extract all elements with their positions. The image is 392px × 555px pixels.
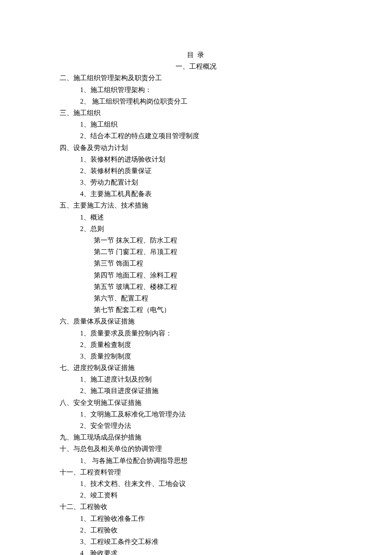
toc-entry: 第五节 玻璃工程、楼梯工程	[60, 281, 332, 292]
toc-entry: 二、施工组织管理架构及职责分工	[60, 72, 332, 84]
toc-entry: 1、质量要求及质量控制内容：	[60, 327, 332, 339]
toc-entry: 第一节 抹灰工程、防水工程	[60, 234, 332, 246]
toc-entry: 第三节 饰面工程	[60, 257, 332, 269]
toc-entry: 2、 施工组织管理机构岗位职责分工	[60, 95, 332, 107]
toc-entry: 1、装修材料的进场验收计划	[60, 153, 332, 165]
toc-entry: 1、技术文档、往来文件、工地会议	[60, 478, 332, 489]
toc-entry: 九、施工现场成品保护措施	[60, 431, 332, 443]
toc-entry: 第四节 地面工程、涂料工程	[60, 269, 332, 281]
toc-entry: 3、工程竣工条件交工标准	[60, 536, 332, 547]
toc-entry: 2、总则	[60, 223, 332, 234]
toc-entry: 1、工程验收准备工作	[60, 513, 332, 524]
toc-entry: 十二、工程验收	[60, 501, 332, 512]
toc-entry: 1、施工组织管理架构：	[60, 84, 332, 95]
toc-entry: 四、设备及劳动力计划	[60, 142, 332, 153]
toc-title: 目 录	[60, 49, 332, 61]
toc-entry: 1、 与各施工单位配合协调指导思想	[60, 455, 332, 466]
toc-entry: 第二节 门窗工程、吊顶工程	[60, 246, 332, 257]
toc-entry: 第六节、配置工程	[60, 292, 332, 304]
toc-entry: 2、工程验收	[60, 524, 332, 536]
toc-entry: 2、结合本工程的特点建立项目管理制度	[60, 130, 332, 142]
toc-entry: 2、施工项目进度保证措施	[60, 385, 332, 396]
toc-entry: 3、劳动力配置计划	[60, 176, 332, 188]
toc-entry: 1、施工组织	[60, 119, 332, 130]
toc-entry: 2、竣工资料	[60, 489, 332, 501]
toc-entry: 十一、工程资料管理	[60, 466, 332, 478]
toc-entry: 2、装修材料的质量保证	[60, 165, 332, 176]
toc-entry: 七、进度控制及保证措施	[60, 362, 332, 373]
toc-entry: 2、安全管理办法	[60, 420, 332, 431]
toc-entry: 六、质量体系及保证措施	[60, 315, 332, 327]
toc-entry: 十、与总包及相关单位的协调管理	[60, 443, 332, 454]
toc-body: 二、施工组织管理架构及职责分工1、施工组织管理架构：2、 施工组织管理机构岗位职…	[60, 72, 332, 555]
toc-entry: 3、质量控制制度	[60, 350, 332, 362]
toc-entry: 1、文明施工及标准化工地管理办法	[60, 408, 332, 420]
toc-entry: 2、质量检查制度	[60, 339, 332, 350]
toc-entry: 1、施工进度计划及控制	[60, 373, 332, 385]
toc-entry: 第七节 配套工程（电气）	[60, 304, 332, 315]
toc-entry: 4、主要施工机具配备表	[60, 188, 332, 199]
toc-entry: 八、安全文明施工保证措施	[60, 397, 332, 408]
toc-entry: 五、主要施工方法、技术措施	[60, 199, 332, 211]
toc-entry: 4、验收要求	[60, 547, 332, 555]
toc-entry: 1、概述	[60, 211, 332, 223]
toc-section-1: 一、工程概况	[60, 61, 332, 72]
toc-entry: 三、施工组织	[60, 107, 332, 119]
